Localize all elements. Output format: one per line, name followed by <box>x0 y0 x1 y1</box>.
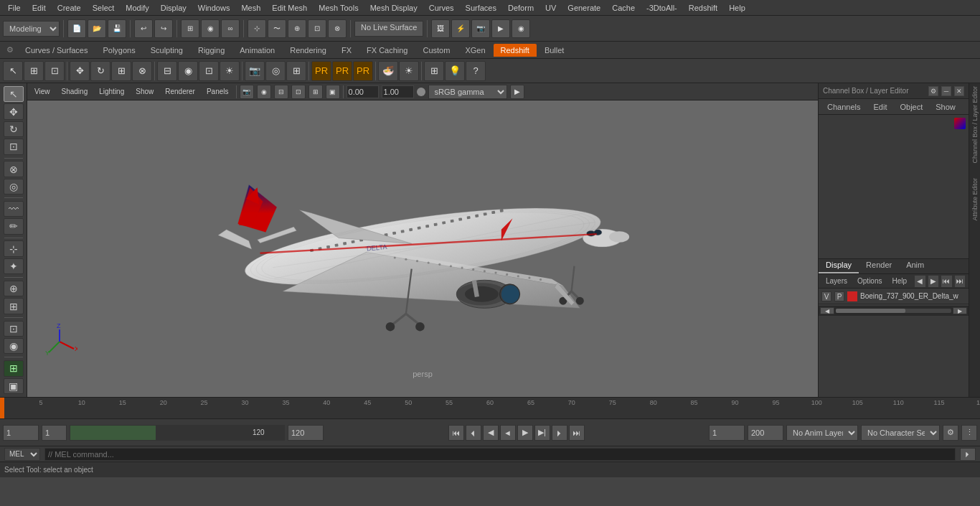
tab-redshift[interactable]: Redshift <box>494 44 537 57</box>
play-back-btn[interactable]: ◄ <box>500 425 516 441</box>
goto-end-btn[interactable]: ⏭ <box>569 425 585 441</box>
viewport-layout-btn[interactable]: ⊞ <box>286 61 306 81</box>
command-input[interactable] <box>44 448 956 461</box>
select-by-hierarchy-btn[interactable]: ⊞ <box>181 19 199 38</box>
layer-scrollbar[interactable] <box>836 309 951 313</box>
menu-3dtall[interactable]: -3DtoAll- <box>641 2 682 14</box>
range-slider[interactable] <box>70 425 285 441</box>
vt-xray-btn[interactable]: ⊡ <box>291 85 306 99</box>
tab-rendering[interactable]: Rendering <box>283 44 334 57</box>
lasso-select-tool-btn[interactable]: 〰 <box>4 201 24 217</box>
snap-surface-btn[interactable]: ⊡ <box>308 19 326 38</box>
tab-rigging[interactable]: Rigging <box>191 44 232 57</box>
layer-end-btn[interactable]: ⏭ <box>954 275 966 288</box>
undo-btn[interactable]: ↩ <box>134 19 153 38</box>
rotate-btn[interactable]: ↻ <box>90 61 110 81</box>
vt-resolution-gate-btn[interactable]: ⊞ <box>308 85 323 99</box>
vt-wireframe-btn[interactable]: ⊟ <box>274 85 288 99</box>
layer-color-0[interactable] <box>847 291 857 301</box>
rs-ipr-btn[interactable]: PR <box>311 61 331 81</box>
light-manager-btn[interactable]: 💡 <box>445 61 465 81</box>
menu-mesh-tools[interactable]: Mesh Tools <box>314 2 363 14</box>
ch-tab-edit[interactable]: Edit <box>867 101 892 113</box>
grid-btn[interactable]: ⊞ <box>4 360 24 376</box>
layer-tab-display[interactable]: Display <box>819 259 859 273</box>
tab-fx-caching[interactable]: FX Caching <box>359 44 415 57</box>
gamma-field[interactable] <box>382 85 414 98</box>
mode-tabs-gear[interactable]: ⚙ <box>3 43 17 57</box>
timeline-ruler[interactable]: 1510152025303540455055606570758085909510… <box>0 398 980 418</box>
isolate-btn[interactable]: ◎ <box>265 61 286 81</box>
channel-box-settings-btn[interactable]: ⚙ <box>928 86 938 96</box>
menu-surfaces[interactable]: Surfaces <box>461 2 501 14</box>
cmd-run-btn[interactable]: ⏵ <box>960 448 976 461</box>
paint-select-btn[interactable]: ⊡ <box>44 61 65 81</box>
tab-sculpting[interactable]: Sculpting <box>143 44 190 57</box>
save-scene-btn[interactable]: 💾 <box>108 19 126 38</box>
channel-box-minimize-btn[interactable]: ─ <box>941 86 951 96</box>
layer-scroll-left[interactable]: ◀ <box>820 307 834 314</box>
side-tab-attribute-editor[interactable]: Attribute Editor <box>971 178 979 221</box>
timeline-slider[interactable] <box>0 398 4 418</box>
render-region-btn[interactable]: 📷 <box>471 19 490 38</box>
smooth-shade-btn[interactable]: ◉ <box>178 61 198 81</box>
script-type-select[interactable]: MEL Python <box>4 448 40 461</box>
render-sequence-btn[interactable]: ▶ <box>491 19 510 38</box>
menu-deform[interactable]: Deform <box>503 2 539 14</box>
ch-tab-show[interactable]: Show <box>930 101 961 113</box>
ch-tab-object[interactable]: Object <box>894 101 928 113</box>
render-all-btn[interactable]: ◉ <box>512 19 530 38</box>
layer-sub-options[interactable]: Options <box>853 276 886 286</box>
layer-sub-help[interactable]: Help <box>887 276 911 286</box>
play-fwd-btn[interactable]: ▶ <box>517 425 533 441</box>
tab-custom[interactable]: Custom <box>416 44 458 57</box>
menu-cache[interactable]: Cache <box>607 2 640 14</box>
layer-prev-btn[interactable]: ◀ <box>914 275 925 288</box>
make-live-btn[interactable]: ⊕ <box>4 281 24 296</box>
rs-sequence-btn[interactable]: PR <box>353 61 373 81</box>
tab-xgen[interactable]: XGen <box>458 44 492 57</box>
menu-redshift[interactable]: Redshift <box>684 2 722 14</box>
soft-modification-btn[interactable]: ⊹ <box>4 240 24 256</box>
no-live-surface-btn[interactable]: No Live Surface <box>354 21 423 37</box>
new-scene-btn[interactable]: 📄 <box>67 19 86 38</box>
camera-btn[interactable]: 📷 <box>245 61 265 81</box>
move-tool-btn[interactable]: ✥ <box>4 103 24 119</box>
menu-generate[interactable]: Generate <box>562 2 606 14</box>
menu-modify[interactable]: Modify <box>121 2 154 14</box>
layer-tab-render[interactable]: Render <box>859 259 899 273</box>
mat-sphere-btn[interactable]: 🍜 <box>378 61 398 81</box>
redo-btn[interactable]: ↪ <box>154 19 173 38</box>
vt-view-menu[interactable]: View <box>30 87 55 96</box>
vt-shading-menu[interactable]: Shading <box>57 87 93 96</box>
lasso-select-btn[interactable]: ∞ <box>221 19 240 38</box>
next-frame-btn[interactable]: ▶| <box>534 425 550 441</box>
menu-windows[interactable]: Windows <box>193 2 235 14</box>
range-start-field[interactable] <box>42 425 67 441</box>
select-by-component-btn[interactable]: ◉ <box>201 19 220 38</box>
select-mode-btn[interactable]: ↖ <box>3 61 23 81</box>
range-end-input[interactable] <box>253 427 281 439</box>
menu-curves[interactable]: Curves <box>424 2 459 14</box>
tab-polygons[interactable]: Polygons <box>95 44 142 57</box>
move-btn[interactable]: ✥ <box>70 61 90 81</box>
paint-select-tool-btn[interactable]: ✏ <box>4 218 24 234</box>
vt-lighting-menu[interactable]: Lighting <box>95 87 128 96</box>
menu-edit-mesh[interactable]: Edit Mesh <box>267 2 312 14</box>
ipr-btn[interactable]: ⚡ <box>451 19 470 38</box>
snap-together-btn[interactable]: ⊞ <box>4 298 24 314</box>
render-layer-btn[interactable]: ◉ <box>4 338 24 354</box>
vt-smooth-btn[interactable]: ◉ <box>257 85 271 99</box>
lasso-mode-btn[interactable]: ⊞ <box>24 61 44 81</box>
mode-selector[interactable]: Modeling Rigging Animation FX <box>3 21 60 37</box>
display-layer-btn[interactable]: ⊡ <box>4 321 24 337</box>
prev-frame-btn[interactable]: ◀ <box>483 425 499 441</box>
open-scene-btn[interactable]: 📂 <box>88 19 106 38</box>
anim-range-end-field[interactable] <box>748 425 783 441</box>
snap-center-btn[interactable]: ⊗ <box>328 19 347 38</box>
goto-start-btn[interactable]: ⏮ <box>448 425 464 441</box>
layer-next-btn[interactable]: ▶ <box>928 275 939 288</box>
exposure-field[interactable] <box>347 85 379 98</box>
layer-vis-0[interactable]: V <box>821 291 831 301</box>
tab-bullet[interactable]: Bullet <box>537 44 572 57</box>
